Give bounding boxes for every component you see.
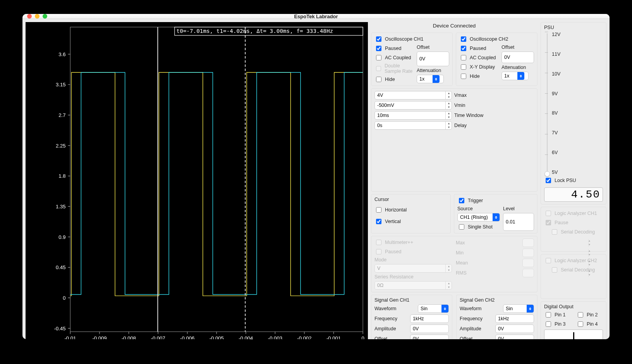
- svg-text:-0.004: -0.004: [239, 335, 253, 339]
- vmax-input[interactable]: ▴▾: [374, 91, 452, 100]
- trigger-singleshot-checkbox[interactable]: [459, 224, 464, 230]
- psu-tick-label: 10V: [552, 71, 603, 77]
- timewindow-input[interactable]: ▴▾: [374, 111, 452, 120]
- svg-text:3.6: 3.6: [58, 52, 65, 57]
- psu-tick-label: 11V: [552, 52, 603, 57]
- cursor-group: Cursor Horizontal Vertical: [371, 194, 451, 234]
- sig2-amplitude-input[interactable]: ▴▾: [495, 325, 534, 333]
- oscilloscope-plot[interactable]: 3.63.152.72.251.81.350.90.450-0.45-0.01-…: [26, 22, 368, 339]
- ch1-attenuation-select[interactable]: [417, 75, 444, 83]
- la1-enable-checkbox: [546, 211, 551, 216]
- psu-tick-label: 6V: [552, 150, 603, 155]
- ch2-enable-checkbox[interactable]: [461, 36, 466, 42]
- ch2-attenuation-select[interactable]: [501, 72, 529, 80]
- sig2-frequency-input[interactable]: ▴▾: [495, 314, 534, 323]
- svg-text:-0.002: -0.002: [297, 335, 311, 339]
- ch2-hide-checkbox[interactable]: [461, 74, 466, 79]
- psu-readout: 4.50: [544, 187, 603, 202]
- siggen-ch1-group: Signal Gen CH1 Waveform Frequency▴▾ Ampl…: [371, 295, 452, 339]
- svg-text:2.25: 2.25: [56, 143, 66, 149]
- ch1-ac-checkbox[interactable]: [376, 55, 381, 60]
- multimeter-mode-select: ▴▾: [374, 264, 452, 273]
- svg-text:-0.005: -0.005: [210, 335, 224, 339]
- pin1-checkbox[interactable]: [546, 312, 551, 318]
- mm-max-value: ▴▾: [522, 239, 534, 247]
- ch1-enable-checkbox[interactable]: [376, 36, 381, 42]
- multimeter-sr-input: ▴▾: [374, 281, 452, 290]
- mm-mean-value: ▴▾: [522, 259, 534, 267]
- svg-text:0: 0: [361, 335, 364, 339]
- ch1-dsr-checkbox: [376, 66, 381, 71]
- mm-min-value: ▴▾: [522, 249, 534, 257]
- oscilloscope-ch2-group: Oscilloscope CH2 Paused AC Coupled X-Y D…: [456, 33, 538, 86]
- cursor-horizontal-checkbox[interactable]: [376, 207, 381, 213]
- psu-slider[interactable]: [544, 32, 550, 175]
- svg-text:0.45: 0.45: [56, 264, 66, 270]
- svg-text:-0.009: -0.009: [92, 335, 106, 339]
- svg-rect-0: [26, 22, 368, 339]
- sig1-frequency-input[interactable]: ▴▾: [410, 314, 449, 323]
- siggen-ch2-group: Signal Gen CH2 Waveform Frequency▴▾ Ampl…: [456, 295, 538, 339]
- mm-rms-value: ▴▾: [522, 269, 534, 277]
- sig1-amplitude-input[interactable]: ▴▾: [410, 325, 449, 333]
- psu-lock-checkbox[interactable]: [546, 178, 551, 183]
- digital-output-group: Digital Output Pin 1 Pin 2 Pin 3 Pin 4: [541, 301, 606, 339]
- digital-output-preview: [544, 330, 603, 339]
- ch2-offset-input[interactable]: ▴▾: [501, 52, 534, 63]
- svg-text:-0.008: -0.008: [122, 335, 136, 339]
- ch1-paused-checkbox[interactable]: [376, 46, 381, 51]
- ch2-xy-checkbox[interactable]: [461, 64, 466, 70]
- titlebar: EspoTek Labrador: [22, 14, 610, 19]
- oscilloscope-ch1-group: Oscilloscope CH1 Paused AC Coupled Doubl…: [371, 33, 453, 86]
- svg-text:0.9: 0.9: [58, 234, 65, 240]
- svg-text:-0.007: -0.007: [151, 335, 165, 339]
- svg-text:2.7: 2.7: [58, 112, 65, 118]
- trigger-enable-checkbox[interactable]: [459, 198, 464, 203]
- psu-tick-label: 8V: [552, 110, 603, 116]
- ch1-offset-input[interactable]: ▴▾: [417, 52, 449, 66]
- svg-text:-0.001: -0.001: [326, 335, 341, 339]
- sig2-offset-input[interactable]: ▴▾: [495, 335, 534, 339]
- cursor-vertical-checkbox[interactable]: [376, 219, 381, 224]
- pin4-checkbox[interactable]: [578, 321, 583, 327]
- svg-text:-0.003: -0.003: [268, 335, 282, 339]
- vmin-input[interactable]: ▴▾: [374, 101, 452, 110]
- svg-text:0: 0: [63, 295, 65, 301]
- svg-text:1.8: 1.8: [58, 173, 65, 179]
- ch2-ac-checkbox[interactable]: [461, 55, 466, 60]
- trigger-source-select[interactable]: [457, 213, 500, 221]
- window-title: EspoTek Labrador: [22, 14, 610, 19]
- svg-text:1.35: 1.35: [56, 204, 66, 209]
- multimeter-group: Multimeter++ Paused Mode ▴▾ Series Resis…: [371, 236, 538, 292]
- la1-pause-checkbox: [546, 220, 551, 225]
- device-status: Device Connected: [371, 22, 538, 30]
- psu-tick-label: 12V: [552, 32, 603, 37]
- la1-serial-checkbox: [552, 229, 557, 235]
- pin2-checkbox[interactable]: [578, 312, 583, 318]
- sig1-offset-input[interactable]: ▴▾: [410, 335, 449, 339]
- multimeter-paused-checkbox: [376, 249, 381, 254]
- trigger-level-input[interactable]: ▴▾: [503, 213, 534, 231]
- ch1-hide-checkbox[interactable]: [376, 77, 381, 82]
- psu-tick-label: 5V: [552, 170, 603, 175]
- pin3-checkbox[interactable]: [546, 321, 551, 327]
- app-window: EspoTek Labrador 3.63.152.72.251.81.350.…: [22, 14, 610, 339]
- sig2-waveform-select[interactable]: [503, 304, 534, 313]
- ch2-paused-checkbox[interactable]: [461, 46, 466, 51]
- sig1-waveform-select[interactable]: [418, 304, 449, 313]
- psu-group: PSU 12V11V10V9V8V7V6V5V Lock PSU 4.50: [541, 22, 606, 204]
- cursor-readout: t0=-7.01ms, t1=-4.02ms, Δt= 3.00ms, f= 3…: [177, 28, 333, 34]
- svg-text:3.15: 3.15: [56, 82, 66, 88]
- psu-tick-label: 7V: [552, 130, 603, 136]
- svg-text:-0.01: -0.01: [64, 335, 76, 339]
- svg-text:-0.45: -0.45: [54, 326, 66, 331]
- psu-tick-label: 9V: [552, 91, 603, 96]
- trigger-group: Trigger Source Single Shot Level ▴▾: [454, 194, 538, 234]
- range-group: ▴▾Vmax ▴▾Vmin ▴▾Time Window ▴▾Delay: [371, 88, 538, 192]
- svg-text:-0.006: -0.006: [180, 335, 194, 339]
- multimeter-enable-checkbox: [376, 240, 381, 245]
- delay-input[interactable]: ▴▾: [374, 121, 452, 130]
